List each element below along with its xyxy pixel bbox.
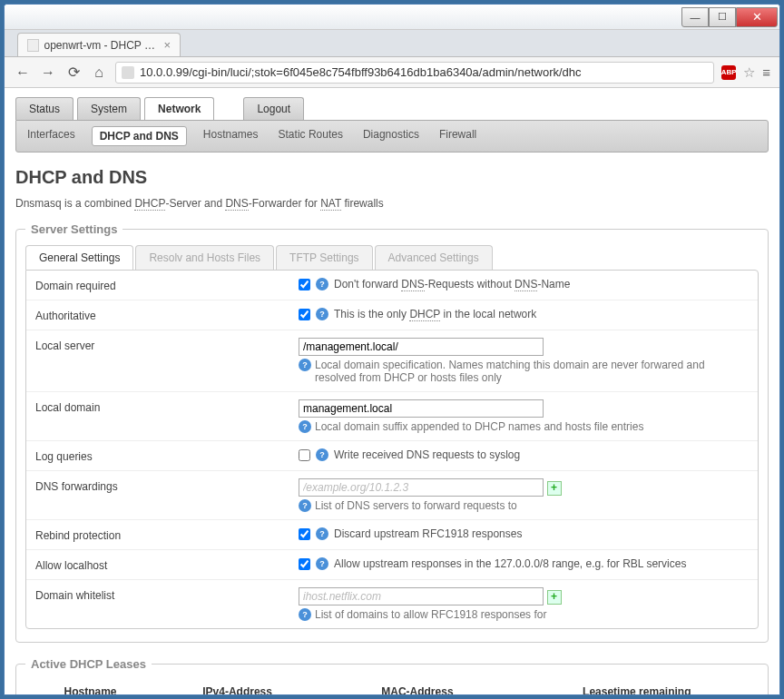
local-server-label: Local server <box>35 338 299 384</box>
tab-logout[interactable]: Logout <box>243 97 304 120</box>
dns-forwardings-input[interactable] <box>299 478 544 497</box>
main-nav: Status System Network Logout <box>15 97 769 120</box>
dns-forwardings-label: DNS forwardings <box>35 478 299 512</box>
active-leases-fieldset: Active DHCP Leases Hostname IPv4-Address… <box>15 657 769 694</box>
tab-system[interactable]: System <box>77 97 141 120</box>
help-icon[interactable]: ? <box>299 359 311 371</box>
settings-inner-tabs: General Settings Resolv and Hosts Files … <box>25 245 759 270</box>
domain-whitelist-label: Domain whitelist <box>35 587 299 621</box>
forward-button[interactable]: → <box>39 64 57 81</box>
home-button[interactable]: ⌂ <box>90 64 108 81</box>
subtab-hostnames[interactable]: Hostnames <box>200 126 262 146</box>
subtab-firewall[interactable]: Firewall <box>436 126 480 146</box>
add-entry-button[interactable] <box>547 481 562 496</box>
authoritative-checkbox[interactable] <box>299 309 310 320</box>
help-icon[interactable]: ? <box>316 527 328 540</box>
col-leasetime: Leasetime remaining <box>515 680 759 694</box>
help-icon[interactable]: ? <box>299 499 311 512</box>
subtab-diagnostics[interactable]: Diagnostics <box>359 126 423 146</box>
window-close-button[interactable]: ✕ <box>736 7 778 27</box>
window-minimize-button[interactable]: — <box>681 7 709 27</box>
col-hostname: Hostname <box>25 680 155 694</box>
local-server-hint: Local domain specification. Names matchi… <box>315 359 749 384</box>
log-queries-text: Write received DNS requests to syslog <box>334 448 520 461</box>
col-ipv4: IPv4-Address <box>155 680 319 694</box>
bookmark-icon[interactable]: ☆ <box>743 64 755 81</box>
help-icon[interactable]: ? <box>316 557 328 570</box>
tab-status[interactable]: Status <box>15 97 74 120</box>
sub-nav: Interfaces DHCP and DNS Hostnames Static… <box>15 120 769 153</box>
adblock-icon[interactable]: ABP <box>721 65 736 80</box>
window-maximize-button[interactable]: ☐ <box>709 7 736 27</box>
server-settings-legend: Server Settings <box>25 222 122 236</box>
rebind-protection-label: Rebind protection <box>35 527 299 542</box>
help-icon[interactable]: ? <box>299 420 311 433</box>
subtab-interfaces[interactable]: Interfaces <box>24 126 79 146</box>
rebind-protection-text: Discard upstream RFC1918 responses <box>334 527 522 540</box>
help-icon[interactable]: ? <box>316 448 328 461</box>
domain-required-text: Don't forward DNS-Requests without DNS-N… <box>334 278 570 290</box>
tab-network[interactable]: Network <box>144 97 214 120</box>
back-button[interactable]: ← <box>14 64 32 81</box>
titlebar: — ☐ ✕ <box>5 5 779 30</box>
inner-tab-tftp[interactable]: TFTP Settings <box>276 245 372 270</box>
browser-window: — ☐ ✕ openwrt-vm - DHCP and ... × ← → ⟳ … <box>4 4 780 695</box>
browser-menu-button[interactable]: ≡ <box>762 64 770 80</box>
local-domain-label: Local domain <box>35 399 299 433</box>
subtab-dhcp-dns[interactable]: DHCP and DNS <box>92 126 187 146</box>
local-domain-hint: Local domain suffix appended to DHCP nam… <box>315 420 643 433</box>
domain-whitelist-input[interactable] <box>299 587 544 605</box>
authoritative-text: This is the only DHCP in the local netwo… <box>334 308 536 320</box>
browser-tabstrip: openwrt-vm - DHCP and ... × <box>5 30 779 57</box>
page-content: Status System Network Logout Interfaces … <box>5 88 779 694</box>
subtab-static-routes[interactable]: Static Routes <box>275 126 347 146</box>
reload-button[interactable]: ⟳ <box>64 64 83 81</box>
tab-close-icon[interactable]: × <box>163 38 171 52</box>
log-queries-checkbox[interactable] <box>299 449 310 461</box>
server-settings-fieldset: Server Settings General Settings Resolv … <box>15 222 769 643</box>
domain-required-checkbox[interactable] <box>299 279 310 290</box>
url-input[interactable] <box>140 65 708 79</box>
authoritative-label: Authoritative <box>35 308 299 322</box>
page-description: Dnsmasq is a combined DHCP-Server and DN… <box>15 197 769 210</box>
log-queries-label: Log queries <box>35 448 299 463</box>
browser-tab[interactable]: openwrt-vm - DHCP and ... × <box>17 33 181 56</box>
browser-tab-title: openwrt-vm - DHCP and ... <box>44 39 159 52</box>
help-icon[interactable]: ? <box>316 308 328 320</box>
help-icon[interactable]: ? <box>299 608 311 621</box>
domain-required-label: Domain required <box>35 278 299 292</box>
inner-tab-resolv[interactable]: Resolv and Hosts Files <box>135 245 274 270</box>
local-domain-input[interactable] <box>299 399 544 418</box>
active-leases-table: Hostname IPv4-Address MAC-Address Leaset… <box>25 680 759 694</box>
add-entry-button[interactable] <box>547 590 562 605</box>
allow-localhost-text: Allow upstream responses in the 127.0.0.… <box>334 557 686 570</box>
dns-forwardings-hint: List of DNS servers to forward requests … <box>315 499 517 512</box>
page-title: DHCP and DNS <box>15 167 769 188</box>
page-favicon <box>27 39 39 52</box>
help-icon[interactable]: ? <box>316 278 328 290</box>
inner-tab-advanced[interactable]: Advanced Settings <box>375 245 493 270</box>
site-identity-icon <box>122 66 134 79</box>
browser-toolbar: ← → ⟳ ⌂ ABP ☆ ≡ <box>5 57 779 88</box>
inner-tab-general[interactable]: General Settings <box>25 245 133 270</box>
url-bar[interactable] <box>115 62 714 84</box>
domain-whitelist-hint: List of domains to allow RFC1918 respons… <box>315 608 546 621</box>
allow-localhost-label: Allow localhost <box>35 557 299 572</box>
local-server-input[interactable] <box>299 338 544 356</box>
active-leases-legend: Active DHCP Leases <box>25 657 152 671</box>
rebind-protection-checkbox[interactable] <box>299 528 310 540</box>
allow-localhost-checkbox[interactable] <box>299 558 310 570</box>
general-settings-panel: Domain required ? Don't forward DNS-Requ… <box>25 270 759 629</box>
col-mac: MAC-Address <box>319 680 514 694</box>
